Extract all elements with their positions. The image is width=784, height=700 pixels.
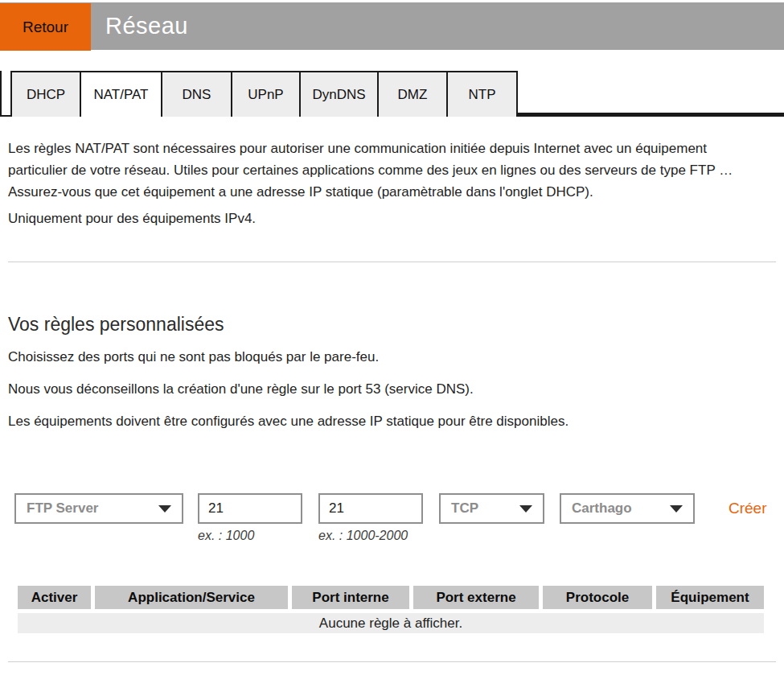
application-select-value: FTP Server	[27, 500, 98, 517]
external-port-hint: ex. : 1000-2000	[318, 528, 423, 543]
protocol-select[interactable]: TCP	[439, 493, 544, 524]
column-header-application-service: Application/Service	[95, 586, 288, 609]
column-header-port-interne: Port interne	[292, 586, 409, 609]
tab-dns[interactable]: DNS	[161, 71, 231, 117]
page-header: Retour Réseau	[0, 2, 784, 50]
tab-label: DNS	[183, 87, 211, 103]
new-rule-form: FTP Server ex. : 1000 ex. : 1000-2000 TC…	[14, 493, 784, 543]
tab-strip: DHCP NAT/PAT DNS UPnP DynDNS DMZ NTP	[0, 71, 784, 117]
section-divider	[8, 261, 776, 262]
rules-hint-1: Choisissez des ports qui ne sont pas blo…	[8, 349, 784, 365]
content: Les règles NAT/PAT sont nécessaires pour…	[0, 138, 784, 662]
tab-upnp[interactable]: UPnP	[231, 71, 299, 117]
device-select-value: Carthago	[572, 500, 632, 517]
rules-hint-3: Les équipements doivent être configurés …	[8, 414, 784, 430]
tab-strip-baseline	[518, 71, 784, 117]
tab-label: DynDNS	[312, 87, 365, 103]
internal-port-hint: ex. : 1000	[198, 528, 302, 543]
intro-paragraph: Les règles NAT/PAT sont nécessaires pour…	[8, 138, 741, 203]
column-header-port-externe: Port externe	[413, 586, 539, 609]
tab-label: NTP	[469, 87, 496, 103]
external-port-field-group: ex. : 1000-2000	[318, 493, 423, 543]
back-button[interactable]: Retour	[0, 3, 91, 51]
protocol-select-value: TCP	[451, 500, 478, 517]
rules-table-header-row: Activer Application/Service Port interne…	[18, 586, 764, 609]
internal-port-input[interactable]	[198, 493, 302, 524]
tab-label: DHCP	[27, 87, 65, 103]
column-header-protocole: Protocole	[543, 586, 652, 609]
empty-state-message: Aucune règle à afficher.	[18, 613, 764, 633]
tab-strip-left-edge	[0, 71, 10, 117]
column-header-equipement: Équipement	[656, 586, 764, 609]
chevron-down-icon	[158, 505, 171, 513]
tab-label: UPnP	[248, 87, 283, 103]
tab-label: DMZ	[398, 87, 428, 103]
external-port-input[interactable]	[318, 493, 423, 524]
bottom-divider	[8, 661, 776, 662]
page-title: Réseau	[105, 2, 188, 50]
ipv4-note: Uniquement pour des équipements IPv4.	[8, 208, 741, 229]
tab-label: NAT/PAT	[94, 87, 149, 103]
tab-dhcp[interactable]: DHCP	[10, 71, 80, 117]
rules-heading: Vos règles personnalisées	[8, 312, 784, 336]
chevron-down-icon	[519, 505, 532, 513]
empty-state-row: Aucune règle à afficher.	[18, 613, 764, 633]
column-header-activer: Activer	[18, 586, 91, 609]
device-select[interactable]: Carthago	[560, 493, 695, 524]
tab-nat-pat[interactable]: NAT/PAT	[80, 71, 161, 117]
application-select[interactable]: FTP Server	[14, 493, 183, 524]
create-rule-link[interactable]: Créer	[729, 500, 767, 517]
tab-ntp[interactable]: NTP	[446, 71, 518, 117]
tab-dyndns[interactable]: DynDNS	[299, 71, 377, 117]
tab-dmz[interactable]: DMZ	[377, 71, 446, 117]
chevron-down-icon	[670, 505, 683, 513]
rules-table: Activer Application/Service Port interne…	[14, 582, 768, 637]
rules-hint-2: Nous vous déconseillons la création d'un…	[8, 381, 784, 397]
internal-port-field-group: ex. : 1000	[198, 493, 302, 543]
